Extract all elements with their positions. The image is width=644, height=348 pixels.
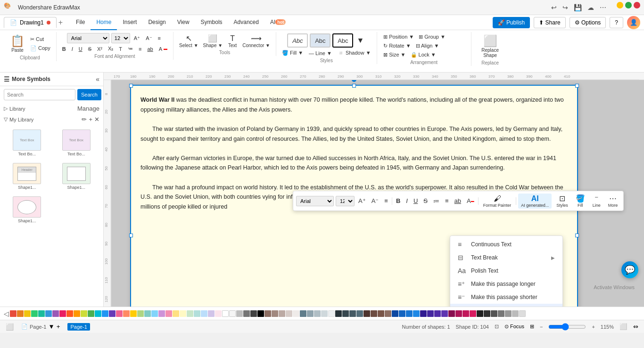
- ft-size-select[interactable]: 12: [336, 196, 355, 206]
- increase-font-button[interactable]: A⁺: [132, 34, 142, 42]
- list-item[interactable]: Text Box Text Bo...: [53, 128, 100, 158]
- rotate-handle[interactable]: [352, 80, 356, 82]
- add-library-button[interactable]: +: [89, 116, 92, 123]
- color-swatch[interactable]: [130, 310, 137, 317]
- color-swatch[interactable]: [201, 310, 207, 317]
- style-box-1[interactable]: Abc: [287, 33, 308, 48]
- color-swatch[interactable]: [81, 310, 87, 317]
- cut-button[interactable]: ✂ Cut: [28, 35, 52, 43]
- publish-button[interactable]: 🚀 Publish: [493, 17, 530, 28]
- font-color-button[interactable]: A▬: [157, 45, 169, 53]
- connector-button[interactable]: ⟿ Connector ▼: [240, 33, 272, 49]
- select-button[interactable]: ↖ Select ▼: [177, 33, 200, 49]
- position-button[interactable]: ⊞ Position ▼: [381, 33, 416, 41]
- color-swatch[interactable]: [349, 310, 356, 317]
- menu-tab-view[interactable]: View: [172, 15, 195, 30]
- undo-button[interactable]: ↩: [549, 2, 559, 13]
- color-swatch[interactable]: [208, 310, 215, 317]
- line-button[interactable]: — Line ▼: [307, 49, 334, 57]
- color-swatch[interactable]: [441, 310, 448, 317]
- color-swatch[interactable]: [116, 310, 123, 317]
- color-swatch[interactable]: [144, 310, 151, 317]
- bold-button[interactable]: B: [60, 45, 68, 53]
- color-swatch[interactable]: [151, 310, 158, 317]
- color-swatch[interactable]: [137, 310, 144, 317]
- selection-handle-mr[interactable]: [575, 234, 579, 237]
- ft-bullets-btn[interactable]: ≡: [443, 196, 451, 205]
- minimize-button[interactable]: [617, 2, 623, 8]
- menu-tab-design[interactable]: Design: [142, 15, 171, 30]
- more-button[interactable]: ⋯: [598, 2, 608, 13]
- ft-underline-btn[interactable]: U: [412, 196, 420, 205]
- list-button[interactable]: ≔: [126, 45, 135, 53]
- color-swatch[interactable]: [194, 310, 200, 317]
- list-item[interactable]: Shape1...: [53, 161, 100, 192]
- color-swatch[interactable]: [413, 310, 420, 317]
- bullets-button[interactable]: ≡: [137, 45, 143, 53]
- color-swatch[interactable]: [293, 310, 299, 317]
- strikethrough-button[interactable]: S: [86, 45, 93, 53]
- color-swatch[interactable]: [250, 310, 257, 317]
- cm-make-shorter[interactable]: ≡⁻ Make this passage shorter: [450, 291, 562, 304]
- color-swatch[interactable]: [363, 310, 370, 317]
- color-swatch[interactable]: [31, 310, 38, 317]
- color-swatch[interactable]: [371, 310, 377, 317]
- color-swatch[interactable]: [215, 310, 222, 317]
- menu-tab-insert[interactable]: Insert: [117, 15, 142, 30]
- color-swatch[interactable]: [342, 310, 349, 317]
- color-swatch[interactable]: [477, 310, 483, 317]
- fill-toolbar-button[interactable]: 🪣 Fill: [573, 193, 588, 209]
- line-toolbar-button[interactable]: ⁻ Line: [590, 193, 603, 209]
- sidebar-collapse-button[interactable]: «: [96, 75, 99, 83]
- search-input[interactable]: [4, 89, 75, 100]
- options-button[interactable]: ⚙ Options: [570, 17, 606, 28]
- page-dropdown-button[interactable]: ▼: [48, 323, 54, 330]
- color-swatch[interactable]: [158, 310, 165, 317]
- menu-tab-home[interactable]: Home: [91, 15, 117, 30]
- text-style-button[interactable]: T: [117, 45, 124, 53]
- ft-bold-btn[interactable]: B: [394, 196, 402, 205]
- cm-polish-text[interactable]: Aa Polish Text: [450, 264, 562, 277]
- more-toolbar-button[interactable]: ⋯ More: [605, 193, 621, 209]
- canvas-area[interactable]: ruler ticks 170180190 200210220 23024025…: [104, 73, 644, 307]
- selection-handle-tr[interactable]: [575, 84, 579, 88]
- ft-font-select[interactable]: Arial: [296, 196, 334, 206]
- color-swatch[interactable]: [17, 310, 24, 317]
- cm-change-tone[interactable]: 🎨 Change Tone ▶: [450, 304, 562, 307]
- style-box-2[interactable]: Abc: [310, 33, 330, 48]
- zoom-slider[interactable]: [548, 323, 586, 331]
- ft-underline2-btn[interactable]: ab: [453, 196, 463, 205]
- color-swatch[interactable]: [420, 310, 427, 317]
- ft-italic-btn[interactable]: I: [404, 196, 410, 205]
- color-swatch[interactable]: [38, 310, 45, 317]
- color-swatch[interactable]: [45, 310, 52, 317]
- ft-align-btn[interactable]: ≡: [382, 196, 390, 205]
- document-tab[interactable]: 📄 Drawing1: [4, 17, 57, 28]
- close-button[interactable]: [634, 2, 640, 8]
- color-swatch[interactable]: [95, 310, 101, 317]
- edit-library-button[interactable]: ✏: [82, 116, 87, 123]
- copy-button[interactable]: 📄 Copy: [28, 44, 52, 52]
- color-swatch[interactable]: [314, 310, 321, 317]
- color-swatch[interactable]: [236, 310, 243, 317]
- styles-toolbar-button[interactable]: ⊡ Styles: [553, 193, 571, 209]
- color-swatch[interactable]: [519, 310, 526, 317]
- color-swatch[interactable]: [385, 310, 391, 317]
- color-swatch[interactable]: [102, 310, 108, 317]
- selection-handle-ml[interactable]: [129, 234, 133, 237]
- style-box-3[interactable]: Abc: [332, 33, 353, 48]
- font-size-select[interactable]: 12: [111, 33, 130, 43]
- color-swatch[interactable]: [434, 310, 441, 317]
- color-swatch[interactable]: [498, 310, 504, 317]
- color-swatch[interactable]: [286, 310, 292, 317]
- color-swatch[interactable]: [335, 310, 342, 317]
- add-page-button[interactable]: +: [57, 323, 60, 330]
- paste-button[interactable]: 📋 Paste: [8, 33, 27, 54]
- new-tab-button[interactable]: +: [57, 18, 65, 27]
- color-swatch[interactable]: [187, 310, 193, 317]
- font-family-select[interactable]: Arial: [67, 33, 109, 43]
- color-swatch[interactable]: [88, 310, 94, 317]
- list-item[interactable]: Header Shape1...: [4, 161, 50, 192]
- color-swatch[interactable]: [356, 310, 363, 317]
- color-swatch[interactable]: [24, 310, 31, 317]
